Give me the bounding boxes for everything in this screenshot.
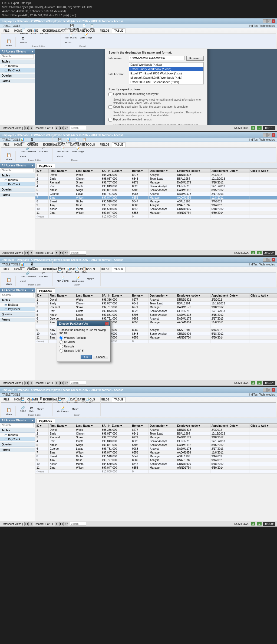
xml-export-3[interactable]: 📋XML <box>81 266 88 274</box>
nav-paycheck-2[interactable]: 🗃PayCheck <box>0 182 35 186</box>
nav-first-1[interactable]: |◄ <box>24 126 29 130</box>
col-lastname-2[interactable]: Last_Name ▾ <box>75 169 101 173</box>
nav-prev-4[interactable]: ◄ <box>29 522 33 526</box>
excel-btn-1[interactable]: 📊 Excel <box>30 27 38 35</box>
col-designation-3[interactable]: Designation ▾ <box>149 294 176 298</box>
nav-biodata-4[interactable]: 🗃BioData <box>0 433 35 437</box>
excel-export-btn-2[interactable]: 📊Excel <box>65 136 73 145</box>
nav-next-4[interactable]: ► <box>55 522 59 526</box>
tab-table-4[interactable]: TABLE <box>112 397 126 402</box>
access-btn-1[interactable]: 🗄 Access <box>18 36 28 44</box>
nav-last-1[interactable]: ►| <box>59 126 64 130</box>
nav-prev-1[interactable]: ◄ <box>29 126 33 130</box>
statusbar-search-1[interactable] <box>70 126 86 130</box>
more-export-btn-4[interactable]: More ▾ <box>71 407 80 411</box>
table-row[interactable]: 10AkashMehta€94,539,0008348Senior Analys… <box>35 207 277 211</box>
paycheck-tab-2[interactable]: PayCheck <box>36 164 55 168</box>
col-clickadd-3[interactable]: Click to Add ▾ <box>249 294 277 298</box>
col-id-2[interactable]: ID ▾ <box>35 169 49 173</box>
nav-next-1[interactable]: ► <box>55 126 59 130</box>
nav-next-2[interactable]: ► <box>55 251 59 255</box>
table-row[interactable]: 6GeorgeLucas€93,751,0009983AnalystDADM11… <box>35 192 277 196</box>
fileformat-select[interactable]: Excel Workbook (*.xlsx) Excel Binary Wor… <box>129 62 204 84</box>
nav-search-1[interactable] <box>1 54 34 58</box>
table-row[interactable]: 4RaviGupta€93,843,0008628Senior AnalystC… <box>35 439 277 443</box>
table-row[interactable]: 9AmyNash€93,727,0008089AnalystDSAL16979/… <box>35 203 277 207</box>
pdf-btn-1[interactable]: 📑 PDF or XPS <box>64 31 78 40</box>
minimize-btn-1[interactable]: ─ <box>263 19 267 23</box>
wordmerge-btn-3[interactable]: 📝Word Merge <box>71 275 85 283</box>
radio-utf8-input[interactable] <box>60 349 63 353</box>
text-export-3[interactable]: 📄Text <box>73 266 80 274</box>
table-row[interactable]: 6GeorgeLucas€93,751,0009983AnalystDADM11… <box>35 317 277 321</box>
tab-table-1[interactable]: TABLE <box>112 28 126 33</box>
table-row[interactable]: 2EmilyClinton€98,067,0006341Team LeadBSA… <box>35 302 277 305</box>
col-empcode-3[interactable]: Employee_code ▾ <box>176 294 210 298</box>
table-row[interactable]: 3RachaelShaw€92,707,0006271ManagerDADM15… <box>35 305 277 309</box>
table-row[interactable]: 9AmyNash€93,727,0008089AnalystDSAL16979/… <box>35 458 277 462</box>
col-designation-2[interactable]: Designation ▾ <box>149 169 176 173</box>
table-row[interactable]: 7EmaWilson€97,047,0006358ManagerAADM1656… <box>35 196 277 200</box>
radio-unicode[interactable]: Unicode <box>60 345 108 348</box>
xmlfile-btn-3[interactable]: 🗃XML File <box>38 270 49 278</box>
nav-next-3[interactable]: ► <box>55 381 59 385</box>
odbc-btn-4[interactable]: 🔗ODBC <box>18 405 27 413</box>
nav-new-2[interactable]: ►* <box>64 251 68 255</box>
table-row[interactable]: 4RaviGupta€93,843,0008628Senior AnalystC… <box>35 185 277 188</box>
excel-import-4[interactable]: 📊Excel <box>28 396 36 404</box>
saved-exports-btn-2[interactable]: 💾Saved <box>55 136 64 145</box>
access-import-2[interactable]: 🗄Access <box>27 136 37 145</box>
format-option-3[interactable]: Excel 97 - Excel 2003 Workbook (*.xls) <box>129 71 203 75</box>
nav-last-4[interactable]: ►| <box>59 522 64 526</box>
col-empcode-4[interactable]: Employee_code ▾ <box>176 424 210 428</box>
col-firstname-3[interactable]: First_Name ▾ <box>48 294 75 298</box>
excel-export-3[interactable]: 📊Excel <box>65 266 73 274</box>
filename-input[interactable] <box>129 56 185 60</box>
radio-msdos[interactable]: MS-DOS <box>60 340 108 344</box>
more-export-btn-3[interactable]: More ▾ <box>85 277 95 281</box>
nav-last-3[interactable]: ►| <box>59 381 64 385</box>
encode-close-btn[interactable]: ✕ <box>105 322 109 326</box>
pdf-btn-4[interactable]: 📑PDF or XPS <box>80 396 95 404</box>
more-export-btn-1[interactable]: More ▾ <box>64 40 73 44</box>
browse-button[interactable]: Browse... <box>186 56 204 61</box>
new-row[interactable]: (New)€10,000,0000 <box>35 470 277 474</box>
checkbox-formatting[interactable] <box>108 93 112 96</box>
access-import-4[interactable]: 🗄Access <box>36 396 46 404</box>
col-empcode-2[interactable]: Employee_code ▾ <box>176 169 210 173</box>
tab-fields-2[interactable]: FIELDS <box>97 142 112 147</box>
nav-biodata-2[interactable]: 🗃BioData <box>0 178 35 182</box>
table-row[interactable]: 3RachaelShaw€92,707,0006271ManagerDADM15… <box>35 436 277 439</box>
table-row[interactable]: 8StuartGibbs€93,510,0005847ManagerASAL11… <box>35 455 277 458</box>
minimize-btn-4[interactable]: ─ <box>263 388 267 392</box>
format-option-1[interactable]: Excel Workbook (*.xlsx) <box>129 63 203 67</box>
format-option-5[interactable]: Excel 2003 XML Spreadsheet (*.xml) <box>129 80 203 84</box>
close-btn-2[interactable]: ✕ <box>272 133 275 137</box>
excel-import-2[interactable]: 📊Excel <box>18 136 27 145</box>
tab-file-4[interactable]: FILE <box>1 397 12 402</box>
views-btn-4[interactable]: 📋Views <box>5 406 13 416</box>
encode-cancel-btn[interactable]: Cancel <box>93 355 108 359</box>
statusbar-search-3[interactable] <box>70 381 86 385</box>
tab-file-1[interactable]: FILE <box>1 28 12 33</box>
nav-new-1[interactable]: ►* <box>64 126 68 130</box>
col-clickadd-4[interactable]: Click to Add ▾ <box>249 424 277 428</box>
minimize-btn-3[interactable]: ─ <box>263 258 267 262</box>
table-row[interactable]: 11EmaWilson€97,047,0006358ManagerARND176… <box>35 211 277 215</box>
nav-biodata-1[interactable]: 🗃BioData <box>0 64 35 68</box>
saved-exports-btn-1[interactable]: 💾 Saved Exports <box>64 22 80 31</box>
col-salary-3[interactable]: SAI_in_Euros ▾ <box>101 294 131 298</box>
nav-paycheck-3[interactable]: 🗃PayCheck <box>0 307 35 311</box>
table-row[interactable]: 8StuartGibbs€93,510,0005847ManagerASAL11… <box>35 200 277 203</box>
nav-first-4[interactable]: |◄ <box>24 522 29 526</box>
odbc-btn-3[interactable]: 🔗ODBC Database <box>18 270 37 278</box>
paycheck-tab-3[interactable]: PayCheck <box>36 288 55 293</box>
nav-search-3[interactable] <box>1 293 34 297</box>
odbc-btn-2[interactable]: 🔗ODBC Database <box>18 145 37 154</box>
radio-unicode-input[interactable] <box>60 345 63 348</box>
xml-export-btn-1[interactable]: 📋 XML <box>88 22 95 31</box>
text-export-btn-2[interactable]: 📄Text <box>73 136 80 145</box>
wordmerge-btn-2[interactable]: 📝Word Merge <box>71 145 85 154</box>
maximize-btn-1[interactable]: □ <box>267 19 271 23</box>
radio-utf8[interactable]: Unicode (UTF-8) <box>60 349 108 353</box>
